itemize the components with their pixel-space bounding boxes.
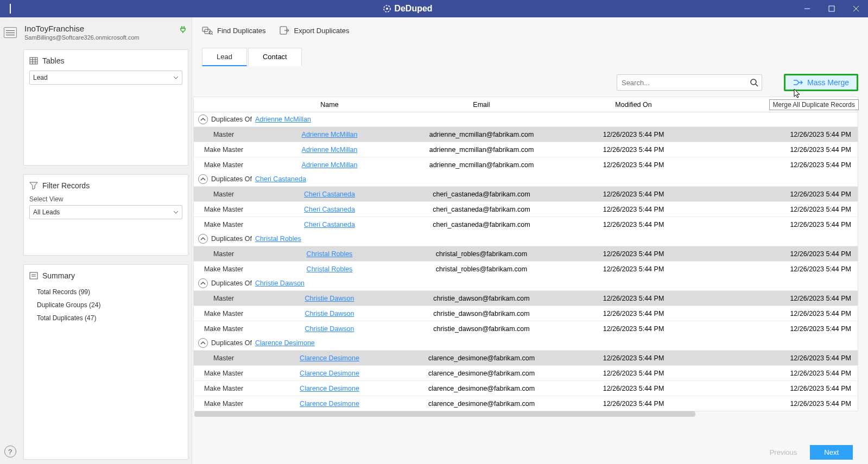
record-name-link[interactable]: Clarence Desimone: [254, 370, 406, 377]
record-name-link[interactable]: Clarence Desimone: [254, 400, 406, 408]
record-modified: 12/26/2023 5:44 PM: [557, 295, 709, 302]
table-row[interactable]: Make MasterChristal Robleschristal_roble…: [194, 261, 858, 276]
record-name-link[interactable]: Christie Dawson: [254, 310, 406, 317]
record-modified: 12/26/2023 5:44 PM: [557, 310, 709, 317]
record-email: clarence_desimone@fabrikam.com: [406, 400, 557, 408]
export-duplicates-button[interactable]: Export Duplicates: [279, 26, 350, 35]
record-name-link[interactable]: Adrienne McMillan: [254, 146, 406, 154]
group-link[interactable]: Christie Dawson: [255, 279, 305, 287]
col-name[interactable]: Name: [254, 101, 406, 109]
record-modified: 12/26/2023 5:44 PM: [557, 146, 709, 154]
make-master-button[interactable]: Make Master: [194, 146, 254, 154]
record-name-link[interactable]: Cheri Castaneda: [254, 206, 406, 213]
table-row[interactable]: Make MasterAdrienne McMillanadrienne_mcm…: [194, 157, 858, 172]
master-label: Master: [194, 190, 254, 198]
svg-rect-7: [30, 58, 37, 64]
search-input[interactable]: [617, 79, 746, 87]
record-email: cheri_castaneda@fabrikam.com: [406, 190, 557, 198]
record-email: clarence_desimone@fabrikam.com: [406, 370, 557, 377]
toolbar: Find Duplicates Export Duplicates: [192, 17, 868, 43]
next-button[interactable]: Next: [810, 445, 853, 460]
help-button[interactable]: ?: [4, 446, 16, 457]
table-row[interactable]: Make MasterChristie Dawsonchristie_dawso…: [194, 321, 858, 336]
record-name-link[interactable]: Cheri Castaneda: [254, 190, 406, 198]
record-name-link[interactable]: Adrienne McMillan: [254, 131, 406, 138]
col-modified[interactable]: Modified On: [557, 101, 709, 109]
record-name-link[interactable]: Christal Robles: [254, 265, 406, 273]
summary-dup-groups: Duplicate Groups (24): [29, 298, 182, 312]
group-link[interactable]: Christal Robles: [255, 235, 301, 243]
app-icon: [0, 4, 20, 14]
mass-merge-button[interactable]: Mass Merge Merge All Duplicate Records: [784, 74, 858, 91]
record-name-link[interactable]: Christie Dawson: [254, 295, 406, 302]
record-modified: 12/26/2023 5:44 PM: [557, 400, 709, 408]
minimize-button[interactable]: [795, 0, 819, 17]
collapse-button[interactable]: [198, 115, 208, 124]
find-duplicates-button[interactable]: Find Duplicates: [202, 26, 266, 35]
table-row[interactable]: Make MasterCheri Castanedacheri_castaned…: [194, 217, 858, 232]
make-master-button[interactable]: Make Master: [194, 221, 254, 228]
col-email[interactable]: Email: [406, 101, 557, 109]
svg-line-21: [756, 84, 758, 86]
tables-dropdown[interactable]: Lead: [29, 71, 182, 85]
menu-toggle-button[interactable]: [4, 27, 17, 38]
record-name-link[interactable]: Cheri Castaneda: [254, 221, 406, 228]
maximize-button[interactable]: [819, 0, 844, 17]
collapse-button[interactable]: [198, 338, 208, 348]
tab-lead[interactable]: Lead: [202, 48, 247, 66]
merge-icon: [793, 79, 803, 86]
record-email: christie_dawson@fabrikam.com: [406, 295, 557, 302]
make-master-button[interactable]: Make Master: [194, 206, 254, 213]
record-email: christie_dawson@fabrikam.com: [406, 325, 557, 333]
make-master-button[interactable]: Make Master: [194, 400, 254, 408]
make-master-button[interactable]: Make Master: [194, 265, 254, 273]
record-modified: 12/26/2023 5:44 PM: [557, 161, 709, 169]
table-row[interactable]: MasterCheri Castanedacheri_castaneda@fab…: [194, 186, 858, 201]
horizontal-scrollbar[interactable]: [194, 411, 695, 417]
make-master-button[interactable]: Make Master: [194, 385, 254, 392]
record-modified: 12/26/2023 5:44 PM: [557, 325, 709, 333]
record-name-link[interactable]: Christal Robles: [254, 250, 406, 258]
record-created: 12/26/2023 5:44 PM: [709, 131, 858, 138]
table-row[interactable]: Make MasterAdrienne McMillanadrienne_mcm…: [194, 142, 858, 157]
search-icon[interactable]: [746, 78, 762, 87]
master-label: Master: [194, 295, 254, 302]
group-header: Duplicates Of Cheri Castaneda: [194, 172, 858, 186]
table-row[interactable]: MasterChristie Dawsonchristie_dawson@fab…: [194, 290, 858, 306]
record-modified: 12/26/2023 5:44 PM: [557, 206, 709, 213]
make-master-button[interactable]: Make Master: [194, 161, 254, 169]
master-label: Master: [194, 131, 254, 138]
make-master-button[interactable]: Make Master: [194, 325, 254, 333]
group-link[interactable]: Clarence Desimone: [255, 339, 315, 347]
make-master-button[interactable]: Make Master: [194, 370, 254, 377]
record-name-link[interactable]: Adrienne McMillan: [254, 161, 406, 169]
collapse-button[interactable]: [198, 234, 208, 244]
record-name-link[interactable]: Christie Dawson: [254, 325, 406, 333]
collapse-button[interactable]: [198, 278, 208, 288]
make-master-button[interactable]: Make Master: [194, 310, 254, 317]
close-button[interactable]: [844, 0, 868, 17]
table-row[interactable]: MasterClarence Desimoneclarence_desimone…: [194, 350, 858, 365]
group-link[interactable]: Adrienne McMillan: [255, 116, 311, 123]
view-dropdown[interactable]: All Leads: [29, 205, 182, 219]
record-name-link[interactable]: Clarence Desimone: [254, 354, 406, 362]
record-created: 12/26/2023 5:44 PM: [709, 354, 858, 362]
group-header: Duplicates Of Christie Dawson: [194, 276, 858, 290]
table-row[interactable]: Make MasterClarence Desimoneclarence_des…: [194, 396, 858, 411]
table-row[interactable]: Make MasterCheri Castanedacheri_castaned…: [194, 201, 858, 217]
group-link[interactable]: Cheri Castaneda: [255, 175, 306, 183]
table-row[interactable]: Make MasterClarence Desimoneclarence_des…: [194, 365, 858, 380]
record-name-link[interactable]: Clarence Desimone: [254, 385, 406, 392]
search-box[interactable]: [617, 74, 762, 91]
table-row[interactable]: MasterAdrienne McMillanadrienne_mcmillan…: [194, 126, 858, 142]
previous-button[interactable]: Previous: [770, 448, 797, 456]
table-row[interactable]: Make MasterClarence Desimoneclarence_des…: [194, 380, 858, 396]
tab-contact[interactable]: Contact: [248, 48, 302, 66]
org-email: SamBillings@Softcare326.onmicrosoft.com: [24, 34, 187, 41]
collapse-button[interactable]: [198, 174, 208, 184]
table-row[interactable]: MasterChristal Robleschristal_robles@fab…: [194, 246, 858, 261]
group-header: Duplicates Of Adrienne McMillan: [194, 112, 858, 126]
record-created: 12/26/2023 5:44 PM: [709, 400, 858, 408]
record-modified: 12/26/2023 5:44 PM: [557, 354, 709, 362]
table-row[interactable]: Make MasterChristie Dawsonchristie_dawso…: [194, 306, 858, 321]
